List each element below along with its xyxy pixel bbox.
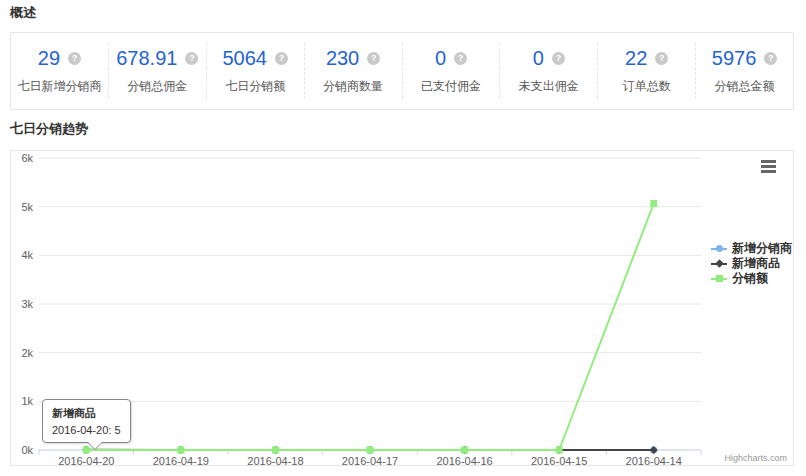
stat-item-sales-7d: 5064? 七日分销额	[207, 43, 305, 99]
help-icon[interactable]: ?	[68, 52, 81, 65]
chart-export-menu-icon[interactable]	[761, 160, 776, 175]
help-icon[interactable]: ?	[552, 52, 565, 65]
trend-section-title: 七日分销趋势	[10, 120, 88, 138]
help-icon[interactable]: ?	[655, 52, 668, 65]
highcharts-credit-link[interactable]: Highcharts.com	[724, 453, 787, 463]
legend-item-new-products[interactable]: 新增商品	[711, 256, 792, 271]
y-axis-label: 5k	[21, 201, 33, 213]
data-point	[461, 447, 468, 454]
stat-value: 5976	[712, 47, 757, 70]
tooltip-value: 2016-04-20: 5	[52, 424, 121, 436]
help-icon[interactable]: ?	[367, 52, 380, 65]
x-axis-label: 2016-04-18	[247, 455, 303, 465]
x-axis-label: 2016-04-16	[436, 455, 492, 465]
y-axis-label: 4k	[21, 249, 33, 261]
legend-item-sales-amount[interactable]: 分销额	[711, 271, 792, 286]
help-icon[interactable]: ?	[764, 52, 777, 65]
data-point	[367, 447, 374, 454]
stat-label: 分销总佣金	[127, 78, 187, 95]
legend-diamond-marker-icon	[711, 259, 727, 268]
dashboard-page: 概述 29? 七日新增分销商 678.91? 分销总佣金 5064? 七日分销额…	[0, 0, 806, 476]
stat-value: 230	[326, 47, 359, 70]
legend-item-new-distributors[interactable]: 新增分销商	[711, 241, 792, 256]
stat-value: 678.91	[116, 47, 177, 70]
help-icon[interactable]: ?	[275, 52, 288, 65]
trend-chart-container: 0k1k2k3k4k5k6k2016-04-202016-04-192016-0…	[10, 150, 794, 466]
stat-label: 已支付佣金	[421, 78, 481, 95]
stat-label: 七日新增分销商	[17, 78, 101, 95]
data-point	[272, 447, 279, 454]
legend-label: 分销额	[732, 270, 768, 287]
legend-circle-marker-icon	[711, 244, 727, 253]
data-point	[556, 447, 563, 454]
stat-value: 0	[435, 47, 446, 70]
x-axis-label: 2016-04-17	[342, 455, 398, 465]
stat-value: 22	[625, 47, 647, 70]
y-axis-label: 6k	[21, 152, 33, 164]
stat-value: 0	[533, 47, 544, 70]
tooltip-series-name: 新增商品	[52, 406, 121, 421]
overview-stats-card: 29? 七日新增分销商 678.91? 分销总佣金 5064? 七日分销额 23…	[10, 32, 794, 110]
chart-tooltip: 新增商品 2016-04-20: 5	[42, 399, 131, 443]
stat-item-order-total: 22? 订单总数	[598, 43, 696, 99]
stat-item-total-sales-amount: 5976? 分销总金额	[696, 43, 793, 99]
stat-label: 订单总数	[623, 78, 671, 95]
stat-value: 5064	[222, 47, 267, 70]
series-line-分销额	[86, 204, 653, 450]
data-point	[650, 446, 658, 454]
stat-item-unpaid-commission: 0? 未支出佣金	[500, 43, 598, 99]
y-axis-label: 0k	[21, 444, 33, 456]
stat-item-paid-commission: 0? 已支付佣金	[403, 43, 501, 99]
stat-item-total-commission: 678.91? 分销总佣金	[109, 43, 207, 99]
y-axis-label: 1k	[21, 395, 33, 407]
x-axis-label: 2016-04-19	[153, 455, 209, 465]
stat-label: 七日分销额	[225, 78, 285, 95]
help-icon[interactable]: ?	[454, 52, 467, 65]
data-point	[177, 447, 184, 454]
help-icon[interactable]: ?	[185, 52, 198, 65]
x-axis-label: 2016-04-20	[58, 455, 114, 465]
chart-legend: 新增分销商 新增商品 分销额	[711, 241, 792, 286]
y-axis-label: 2k	[21, 347, 33, 359]
stat-label: 未支出佣金	[519, 78, 579, 95]
data-point	[650, 200, 657, 207]
stat-value: 29	[38, 47, 60, 70]
stat-label: 分销商数量	[323, 78, 383, 95]
stat-item-new-distributors-7d: 29? 七日新增分销商	[11, 43, 109, 99]
y-axis-label: 3k	[21, 298, 33, 310]
stat-item-distributor-count: 230? 分销商数量	[305, 43, 403, 99]
legend-square-marker-icon	[711, 274, 727, 283]
overview-section-title: 概述	[10, 4, 36, 22]
x-axis-label: 2016-04-14	[626, 455, 682, 465]
x-axis-label: 2016-04-15	[531, 455, 587, 465]
stat-label: 分销总金额	[715, 78, 775, 95]
